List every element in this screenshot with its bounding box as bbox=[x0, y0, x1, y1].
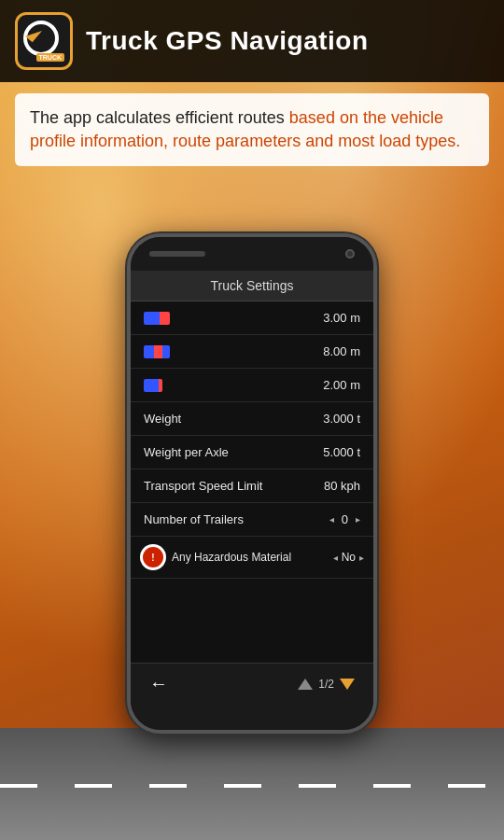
height-row[interactable]: 3.00 m bbox=[131, 301, 373, 335]
width-row[interactable]: 2.00 m bbox=[131, 369, 373, 402]
page-indicator: 1/2 bbox=[318, 678, 334, 691]
back-button[interactable]: ← bbox=[149, 673, 168, 694]
weight-row[interactable]: Weight 3.000 t bbox=[131, 402, 373, 436]
height-icon-group bbox=[144, 312, 170, 325]
info-text: The app calculates efficient routes base… bbox=[30, 106, 474, 153]
phone-screen: Truck Settings 3.00 m 8.00 m bbox=[131, 271, 373, 663]
trailers-controls: ◂ 0 ▸ bbox=[329, 512, 360, 526]
trailers-label: Number of Trailers bbox=[144, 512, 244, 526]
width-icon-group bbox=[144, 379, 162, 392]
weight-per-axle-row[interactable]: Weight per Axle 5.000 t bbox=[131, 436, 373, 469]
weight-value: 3.000 t bbox=[323, 412, 360, 426]
app-logo: TRUCK bbox=[15, 12, 73, 70]
hazmat-increase-button[interactable]: ▸ bbox=[359, 553, 364, 563]
hazmat-label: Any Hazardous Material bbox=[172, 551, 328, 564]
nav-up-button[interactable] bbox=[298, 679, 313, 690]
road bbox=[0, 728, 504, 840]
trailers-increase-button[interactable]: ▸ bbox=[356, 514, 360, 525]
hazmat-icon: ! bbox=[140, 544, 166, 570]
info-box: The app calculates efficient routes base… bbox=[15, 93, 489, 166]
length-icon-group bbox=[144, 345, 170, 358]
truck-length-icon bbox=[144, 345, 170, 358]
hazmat-decrease-button[interactable]: ◂ bbox=[333, 553, 338, 563]
nav-down-button[interactable] bbox=[340, 679, 355, 690]
width-value: 2.00 m bbox=[323, 378, 360, 392]
phone-bottom-bar bbox=[131, 704, 373, 730]
header: TRUCK Truck GPS Navigation bbox=[0, 0, 504, 82]
phone-bottom-nav: ← 1/2 bbox=[131, 663, 373, 704]
hazmat-value: No bbox=[342, 551, 356, 564]
weight-per-axle-value: 5.000 t bbox=[323, 445, 360, 459]
phone-camera bbox=[345, 249, 355, 259]
hazmat-controls: ◂ No ▸ bbox=[333, 551, 364, 564]
weight-per-axle-label: Weight per Axle bbox=[144, 445, 229, 459]
height-value: 3.00 m bbox=[323, 311, 360, 325]
speed-limit-value: 80 kph bbox=[324, 479, 360, 493]
phone-mockup: Truck Settings 3.00 m 8.00 m bbox=[127, 233, 377, 734]
trailers-value: 0 bbox=[342, 512, 348, 526]
speed-limit-label: Transport Speed Limit bbox=[144, 479, 262, 493]
truck-height-icon bbox=[144, 312, 170, 325]
road-line bbox=[0, 784, 504, 788]
app-title: Truck GPS Navigation bbox=[86, 26, 369, 56]
phone-body: Truck Settings 3.00 m 8.00 m bbox=[127, 233, 377, 734]
trailers-decrease-button[interactable]: ◂ bbox=[329, 514, 334, 525]
logo-inner: TRUCK bbox=[23, 21, 64, 62]
length-row[interactable]: 8.00 m bbox=[131, 335, 373, 369]
weight-label: Weight bbox=[144, 412, 181, 426]
trailers-row[interactable]: Number of Trailers ◂ 0 ▸ bbox=[131, 503, 373, 537]
logo-truck-label: TRUCK bbox=[36, 53, 65, 62]
hazmat-symbol: ! bbox=[143, 547, 163, 567]
info-text-normal: The app calculates efficient routes bbox=[30, 108, 289, 127]
nav-center: 1/2 bbox=[298, 678, 355, 691]
screen-title-bar: Truck Settings bbox=[131, 271, 373, 301]
length-value: 8.00 m bbox=[323, 344, 360, 358]
hazmat-row[interactable]: ! Any Hazardous Material ◂ No ▸ bbox=[131, 537, 373, 579]
phone-speaker bbox=[149, 251, 205, 257]
speed-limit-row[interactable]: Transport Speed Limit 80 kph bbox=[131, 469, 373, 503]
truck-width-icon bbox=[144, 379, 162, 392]
screen-title: Truck Settings bbox=[211, 278, 294, 293]
phone-top-bar bbox=[131, 237, 373, 271]
